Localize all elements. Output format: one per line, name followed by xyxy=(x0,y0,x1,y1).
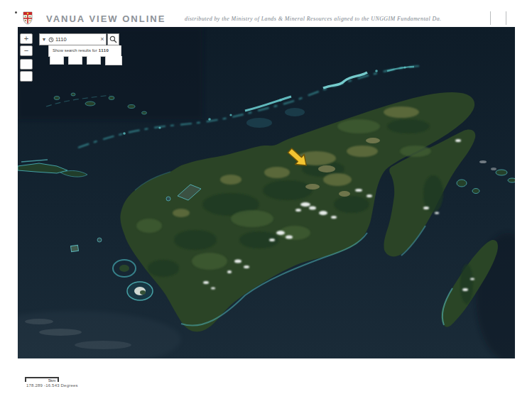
suggestion-tab-stub[interactable] xyxy=(87,56,101,65)
suggestion-tab-stub[interactable] xyxy=(50,56,64,65)
scale-label: 5km xyxy=(48,378,55,383)
suggestion-term: 1110 xyxy=(99,48,109,53)
recent-search-icon xyxy=(48,37,54,43)
header-divider xyxy=(490,11,491,25)
artifact-dot xyxy=(15,11,17,13)
suggestion-text: Show search results for xyxy=(53,48,97,53)
toolbar-button[interactable] xyxy=(20,59,33,70)
caret-down-icon[interactable]: ▼ xyxy=(40,37,48,42)
header-divider xyxy=(506,11,506,25)
header-bar: VANUA VIEW ONLINE distributed by the Min… xyxy=(18,9,515,27)
suggestion-tab-stub[interactable] xyxy=(68,56,82,65)
coordinate-readout: 178.289 -16.543 Degrees xyxy=(26,383,78,388)
header-subtitle: distributed by the Ministry of Lands & M… xyxy=(185,16,483,22)
toolbar-button[interactable] xyxy=(20,71,33,82)
clear-search-icon[interactable]: × xyxy=(99,36,106,43)
app-window: VANUA VIEW ONLINE distributed by the Min… xyxy=(0,0,532,411)
map-container xyxy=(18,27,515,358)
search-box: ▼ × xyxy=(39,33,107,45)
zoom-out-button[interactable]: − xyxy=(20,45,33,56)
magnifier-icon xyxy=(109,35,117,43)
map-canvas[interactable] xyxy=(18,27,515,358)
page-title: VANUA VIEW ONLINE xyxy=(46,13,165,24)
zoom-in-button[interactable]: + xyxy=(20,33,33,44)
search-input[interactable] xyxy=(55,36,99,43)
search-suggestion-item[interactable]: Show search results for1110 xyxy=(48,45,121,57)
suggestion-tab-stub[interactable] xyxy=(105,56,122,65)
search-submit-button[interactable] xyxy=(107,33,119,45)
fiji-coat-of-arms-icon xyxy=(22,11,33,25)
